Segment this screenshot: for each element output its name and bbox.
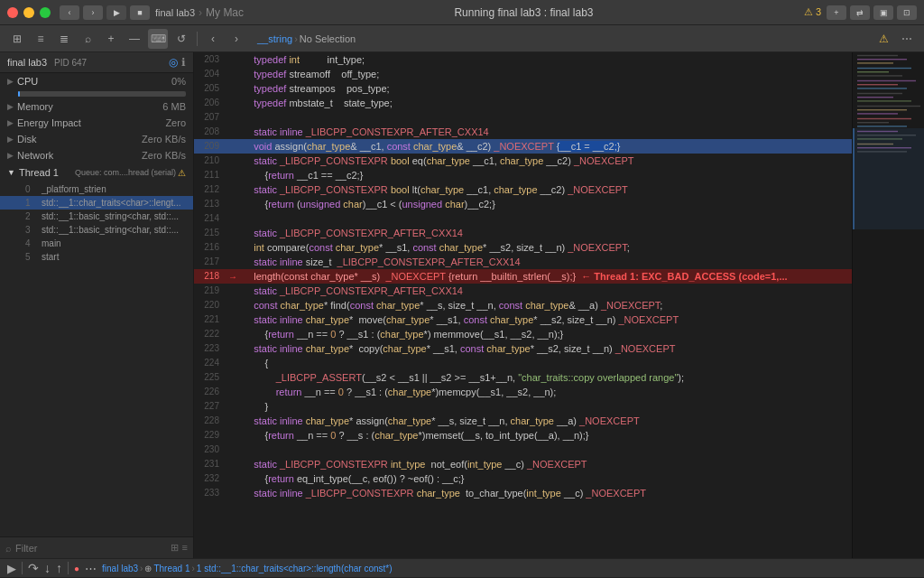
debug-breakpoint[interactable]: ● — [74, 564, 79, 573]
indicator-224 — [226, 356, 239, 370]
spinner-icon: ◎ — [169, 56, 178, 69]
line-num-213: 213 — [194, 197, 226, 211]
svg-rect-4 — [857, 68, 911, 69]
code-scroll[interactable]: 203 typedef int int_type; 204 typedef st… — [194, 52, 852, 558]
energy-toggle: ▶ — [7, 118, 14, 127]
energy-metric-row[interactable]: ▶ Energy Impact Zero — [0, 115, 193, 131]
stack-item-0[interactable]: 0 _platform_strien — [0, 182, 193, 196]
stack-item-4[interactable]: 4 main — [0, 237, 193, 250]
tab-sep: › — [199, 6, 202, 19]
stop-button[interactable]: ■ — [130, 5, 150, 20]
forward-button[interactable]: › — [83, 5, 103, 20]
line-num-222: 222 — [194, 327, 226, 341]
network-metric-row[interactable]: ▶ Network Zero KB/s — [0, 147, 193, 163]
minus-button[interactable]: — — [125, 29, 144, 49]
debug-step-out[interactable]: ↑ — [56, 561, 62, 575]
add-button[interactable]: + — [101, 29, 121, 49]
warning-icon[interactable]: ⚠ — [873, 29, 893, 49]
process-header: final lab3 PID 647 ◎ ℹ — [0, 52, 193, 73]
debug-step-over[interactable]: ↷ — [28, 561, 39, 575]
settings-button[interactable]: ⊡ — [897, 5, 917, 20]
line-content-233: static inline _LIBCPP_CONSTEXPR char_typ… — [239, 486, 852, 500]
filter-btn2[interactable]: ≡ — [182, 542, 188, 554]
titlebar-title: final lab3 › My Mac Running final lab3 :… — [155, 6, 821, 19]
stack-num-1: 1 — [25, 198, 38, 208]
nav-back[interactable]: ‹ — [203, 29, 223, 49]
stack-label-4: main — [42, 238, 61, 248]
search-button[interactable]: ⌕ — [78, 29, 97, 49]
split-button[interactable]: ⇄ — [850, 5, 870, 20]
nav-forward[interactable]: › — [226, 29, 246, 49]
stack-label-0: _platform_strien — [42, 184, 106, 194]
code-lines: 203 typedef int int_type; 204 typedef st… — [194, 52, 852, 500]
debug-more[interactable]: ⋯ — [85, 562, 97, 575]
cpu-toggle: ▶ — [7, 77, 14, 86]
line-content-221: static inline char_type* move(char_type*… — [239, 312, 852, 327]
line-num-207: 207 — [194, 110, 226, 125]
grid-view-button[interactable]: ⊞ — [7, 29, 27, 49]
line-num-229: 229 — [194, 428, 226, 443]
line-content-222: {return __n == 0 ? __s1 : (char_type*) m… — [239, 327, 852, 341]
disk-value: Zero KB/s — [142, 134, 186, 144]
left-panel: final lab3 PID 647 ◎ ℹ ▶ CPU 0% ▶ Memory… — [0, 52, 194, 558]
line-num-210: 210 — [194, 154, 226, 168]
svg-rect-7 — [857, 80, 916, 81]
debug-step-in[interactable]: ↓ — [44, 561, 51, 575]
stack-num-5: 5 — [25, 252, 38, 262]
add-tab-button[interactable]: + — [827, 5, 846, 20]
line-num-206: 206 — [194, 96, 226, 110]
stack-item-3[interactable]: 3 std::__1::basic_string<char, std::... — [0, 223, 193, 237]
stack-item-2[interactable]: 2 std::__1::basic_string<char, std::... — [0, 210, 193, 223]
line-num-230: 230 — [194, 443, 226, 457]
line-content-232: {return eq_int_type(__c, eof()) ? ~eof()… — [239, 471, 852, 486]
line-content-227: } — [239, 399, 852, 414]
process-pid: PID 647 — [54, 58, 87, 68]
network-toggle: ▶ — [7, 151, 14, 160]
indicator-222 — [226, 327, 239, 341]
titlebar-right: + ⇄ ▣ ⊡ — [827, 5, 917, 20]
energy-label: Energy Impact — [17, 117, 165, 128]
info-icon[interactable]: ℹ — [181, 56, 186, 69]
more-btn[interactable]: ⋯ — [897, 29, 917, 49]
debug-bc-2[interactable]: Thread 1 — [153, 564, 189, 573]
line-num-218: 218 — [194, 269, 226, 284]
network-value: Zero KB/s — [142, 150, 186, 161]
svg-rect-16 — [857, 118, 911, 119]
filter-input[interactable] — [15, 543, 167, 554]
line-222: 222 {return __n == 0 ? __s1 : (char_type… — [194, 327, 852, 341]
view-toggle[interactable]: ▣ — [873, 5, 893, 20]
disk-metric-row[interactable]: ▶ Disk Zero KB/s — [0, 131, 193, 147]
line-content-218: length(const char_type* __s) _NOEXCEPT {… — [239, 269, 852, 284]
stack-item-1[interactable]: 1 std::__1::char_traits<char>::lengt... — [0, 196, 193, 210]
debug-continue[interactable]: ▶ — [7, 562, 16, 575]
cpu-bar — [18, 91, 186, 97]
line-218: 218 → length(const char_type* __s) _NOEX… — [194, 269, 852, 284]
stack-item-5[interactable]: 5 start — [0, 250, 193, 264]
line-content-204: typedef streamoff off_type; — [239, 67, 852, 81]
svg-rect-18 — [857, 126, 907, 126]
line-num-212: 212 — [194, 182, 226, 197]
minimize-button[interactable] — [23, 7, 34, 18]
debug-bc-1[interactable]: final lab3 — [102, 564, 138, 573]
history-btn[interactable]: ↺ — [171, 29, 191, 49]
tab-label[interactable]: final lab3 — [155, 7, 195, 18]
line-num-223: 223 — [194, 341, 226, 356]
line-content-224: { — [239, 356, 852, 370]
code-view[interactable]: ⌨ — [148, 29, 168, 49]
line-209: 209 void assign(char_type& __c1, const c… — [194, 139, 852, 154]
minimap[interactable] — [852, 52, 924, 558]
run-button[interactable]: ▶ — [106, 5, 126, 20]
list-btn1[interactable]: ≡ — [31, 29, 51, 49]
debug-bc-3[interactable]: 1 std::__1::char_traits<char>::length(ch… — [197, 564, 393, 573]
list-btn2[interactable]: ≣ — [54, 29, 74, 49]
back-button[interactable]: ‹ — [60, 5, 79, 20]
close-button[interactable] — [7, 7, 18, 18]
maximize-button[interactable] — [40, 7, 51, 18]
filter-bar: ⌕ ⊞ ≡ — [0, 536, 193, 558]
line-content-229: {return __n == 0 ? __s : (char_type*)mem… — [239, 428, 852, 443]
thread-header-row[interactable]: ▼ Thread 1 Queue: com....hread (serial) … — [0, 163, 193, 181]
memory-metric-row[interactable]: ▶ Memory 6 MB — [0, 98, 193, 115]
breadcrumb-file[interactable]: __string — [257, 33, 292, 44]
filter-btn1[interactable]: ⊞ — [171, 542, 179, 554]
cpu-metric-row[interactable]: ▶ CPU 0% — [0, 73, 193, 89]
